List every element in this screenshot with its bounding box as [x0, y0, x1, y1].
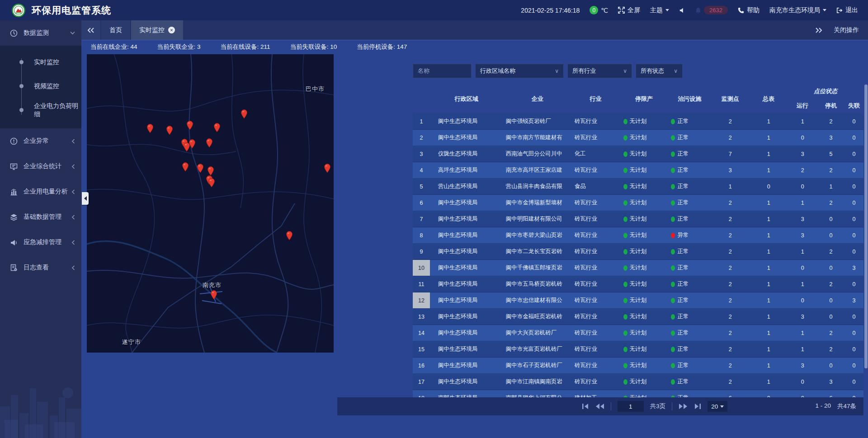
row-running: 1: [788, 276, 817, 292]
tab-close-icon[interactable]: ✕: [168, 27, 175, 33]
table-row[interactable]: 17 阆中生态环境局 阆中市江南镇阆南页岩 砖瓦行业 无计划 正常 2 1 0 …: [413, 374, 863, 390]
status-dot-icon: [671, 265, 675, 271]
table-scrollbar[interactable]: [864, 85, 868, 368]
map-pin-icon[interactable]: [197, 163, 204, 173]
next-page-button[interactable]: [679, 403, 688, 410]
speaker-icon: [679, 7, 685, 14]
mute-button[interactable]: [679, 7, 685, 14]
prev-page-button[interactable]: [595, 403, 604, 410]
sidebar-item[interactable]: 视频监控: [0, 74, 81, 98]
sidebar-item[interactable]: 实时监控: [0, 50, 81, 74]
region-select[interactable]: 行政区域名称∨: [475, 64, 564, 78]
table-row[interactable]: 18 南部生态环境局 南部县砌华上河有限公 建材加工 无计划 正常 6 0 0 …: [413, 390, 863, 397]
table-row[interactable]: 15 阆中生态环境局 阆中市光富页岩机砖厂 砖瓦行业 无计划 正常 2 1 1 …: [413, 341, 863, 358]
double-chevron-right-icon[interactable]: [816, 28, 822, 33]
map-pin-icon[interactable]: [210, 290, 217, 300]
table-row[interactable]: 10 阆中生态环境局 阆中千佛镇五郎垭页岩 砖瓦行业 无计划 正常 2 1 0 …: [413, 260, 863, 276]
row-lost: 3: [844, 292, 863, 308]
industry-select[interactable]: 所有行业∨: [567, 64, 632, 78]
theme-dropdown[interactable]: 主题: [650, 6, 669, 14]
page-number-input[interactable]: 1: [618, 401, 644, 412]
table-row[interactable]: 2 阆中生态环境局 阆中市南方节能建材有 砖瓦行业 无计划 正常 2 1 0 3…: [413, 130, 863, 146]
map-pin-icon[interactable]: [206, 138, 213, 148]
table-row[interactable]: 13 阆中生态环境局 阆中市金福旺页岩机砖 砖瓦行业 无计划 正常 2 1 3 …: [413, 309, 863, 325]
table-row[interactable]: 16 阆中生态环境局 阆中市石子页岩机砖厂 砖瓦行业 无计划 正常 2 1 3 …: [413, 358, 863, 374]
notifications[interactable]: 2632: [695, 6, 728, 14]
sidebar-section[interactable]: 企业异常: [0, 128, 81, 154]
first-page-button[interactable]: [582, 403, 589, 410]
row-points: 2: [711, 227, 750, 243]
row-facility-status: 正常: [668, 195, 711, 211]
stats-bar: 当前在线企业: 44 当前失联企业: 3 当前在线设备: 211 当前失联设备:…: [81, 40, 868, 54]
logout-button[interactable]: 退出: [836, 6, 858, 14]
row-stopped: 2: [817, 195, 844, 211]
stat-item: 当前在线企业: 44: [90, 43, 137, 51]
map-pin-icon[interactable]: [183, 142, 190, 152]
table-row[interactable]: 12 阆中生态环境局 阆中市忠信建材有限公 砖瓦行业 无计划 正常 2 1 0 …: [413, 292, 863, 309]
row-company: 阆中市光富页岩机砖厂: [503, 341, 572, 357]
table-row[interactable]: 14 阆中生态环境局 阆中大兴页岩机砖厂 砖瓦行业 无计划 正常 2 1 1 2…: [413, 325, 863, 341]
table-row[interactable]: 8 阆中生态环境局 阆中市枣碧大梁山页岩 砖瓦行业 无计划 异常 2 1 3 0…: [413, 227, 863, 244]
map-pin-icon[interactable]: [208, 178, 215, 188]
map-pin-icon[interactable]: [166, 125, 173, 135]
row-points: 6: [711, 390, 750, 397]
map-pin-icon[interactable]: [241, 109, 248, 119]
sidebar-section[interactable]: 企业综合统计: [0, 154, 81, 179]
sidebar-item[interactable]: 企业电力负荷明细: [0, 98, 81, 122]
table-row[interactable]: 7 阆中生态环境局 阆中明阳建材有限公司 砖瓦行业 无计划 正常 2 1 3 0…: [413, 211, 863, 227]
row-meters: 1: [750, 309, 788, 325]
map-panel[interactable]: 巴中市南充市遂宁市: [87, 54, 334, 353]
tab[interactable]: 实时监控✕: [131, 20, 183, 40]
page-size-select[interactable]: 20: [708, 401, 727, 412]
chevron-left-icon: [71, 189, 75, 194]
sidebar-section[interactable]: 日志查看: [0, 255, 81, 280]
tabs-scroll-left-button[interactable]: [81, 20, 100, 40]
row-running: 1: [788, 325, 817, 341]
map-pin-icon[interactable]: [182, 162, 189, 172]
map-pin-icon[interactable]: [146, 123, 154, 133]
map-pin-icon[interactable]: [286, 231, 293, 240]
tab[interactable]: 首页: [101, 20, 130, 40]
close-operations-button[interactable]: 关闭操作: [834, 26, 859, 34]
row-industry: 砖瓦行业: [572, 325, 620, 341]
table-row[interactable]: 3 仪陇生态环境局 西南油气田分公司川中 化工 无计划 正常 7 1 3 5 0: [413, 146, 863, 162]
row-points: 2: [711, 358, 750, 373]
help-button[interactable]: 帮助: [738, 6, 760, 14]
table-row[interactable]: 4 高坪生态环境局 南充市高坪区王家店建 砖瓦行业 无计划 正常 3 1 2 2…: [413, 162, 863, 179]
fullscreen-button[interactable]: 全屏: [618, 6, 640, 14]
org-dropdown[interactable]: 南充市生态环境局: [769, 6, 826, 14]
map-pin-icon[interactable]: [186, 120, 193, 130]
table-row[interactable]: 6 阆中生态环境局 阆中市金博瑞新型墙材 砖瓦行业 无计划 正常 2 1 1 2…: [413, 195, 863, 211]
point-status-group-label: 点位状态: [788, 85, 863, 98]
table-row[interactable]: 5 营山生态环境局 营山县润丰肉食品有限 食品 无计划 正常 1 0 0 1 0: [413, 179, 863, 195]
row-lost: 0: [844, 309, 863, 325]
name-search-input[interactable]: 名称: [413, 64, 472, 78]
sidebar-collapse-handle[interactable]: [82, 192, 89, 205]
row-company: 阆中市金福旺页岩机砖: [503, 309, 572, 325]
row-index: 9: [413, 244, 430, 259]
range-label: 1 - 20: [815, 402, 831, 410]
row-meters: 1: [750, 227, 788, 243]
row-facility-status: 正常: [668, 244, 711, 259]
row-running: 3: [788, 227, 817, 243]
sidebar-section[interactable]: 基础数据管理: [0, 204, 81, 230]
row-points: 1: [711, 179, 750, 194]
sidebar-section[interactable]: 数据监测: [0, 20, 81, 46]
table-row[interactable]: 11 阆中生态环境局 阆中市五马桥页岩机砖 砖瓦行业 无计划 正常 2 1 1 …: [413, 276, 863, 292]
table-row[interactable]: 1 阆中生态环境局 阆中强锐页岩砖厂 砖瓦行业 无计划 正常 2 1 1 2 0: [413, 113, 863, 130]
map-pin-icon[interactable]: [207, 166, 214, 176]
status-select[interactable]: 所有状态∨: [636, 64, 683, 78]
row-stopped: 0: [817, 358, 844, 373]
map-pin-icon[interactable]: [324, 163, 331, 173]
map-pin-icon[interactable]: [213, 122, 221, 132]
table-row[interactable]: 9 阆中生态环境局 阆中市二龙长宝页岩砖 砖瓦行业 无计划 正常 2 1 1 2…: [413, 244, 863, 260]
row-production-status: 无计划: [620, 292, 669, 308]
row-points: 2: [711, 276, 750, 292]
status-dot-icon: [623, 249, 627, 254]
status-dot-icon: [623, 347, 627, 352]
row-facility-status: 正常: [668, 179, 711, 194]
sidebar-section[interactable]: 企业用电量分析: [0, 179, 81, 204]
sidebar-section[interactable]: 应急减排管理: [0, 230, 81, 255]
temperature-badge: 0: [590, 6, 598, 14]
last-page-button[interactable]: [694, 403, 701, 410]
